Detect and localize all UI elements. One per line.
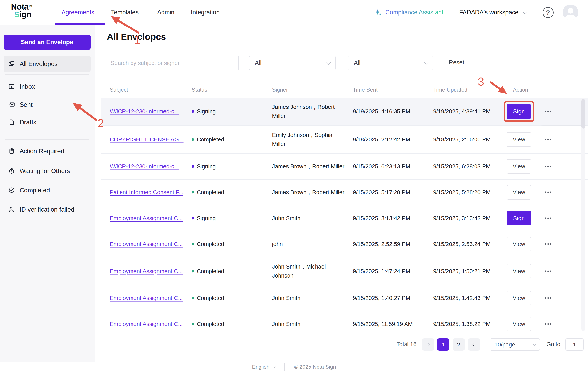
sign-button[interactable]: Sign (507, 104, 531, 119)
sidebar-item-action-required[interactable]: Action Required (3, 145, 91, 157)
subject-link[interactable]: Employment Assignment C... (110, 295, 192, 301)
sidebar: Send an Envelope All Envelopes Inbox Sen… (0, 25, 95, 361)
sidebar-item-inbox[interactable]: Inbox (3, 80, 91, 93)
filter-select-status[interactable]: All (249, 55, 336, 70)
compliance-assistant-label: Compliance Assistant (385, 9, 443, 16)
sidebar-item-id-verification-failed[interactable]: ID verification failed (3, 203, 91, 216)
reset-button[interactable]: Reset (449, 59, 464, 66)
nav-tab-agreements[interactable]: Agreements (62, 0, 94, 25)
status-dot (192, 165, 194, 168)
more-button[interactable] (543, 295, 553, 301)
time-sent: 9/15/2025, 11:59:19 AM (353, 321, 427, 327)
page-2-button[interactable]: 2 (452, 339, 465, 351)
filter-select-value: All (255, 59, 262, 66)
view-button[interactable]: View (507, 132, 531, 147)
logo-gradient-s: S (14, 10, 19, 19)
more-button[interactable] (543, 190, 553, 195)
nav-tab-integration[interactable]: Integration (191, 0, 220, 25)
more-button[interactable] (543, 216, 553, 221)
next-page-button[interactable] (468, 339, 480, 351)
prev-page-button[interactable] (422, 339, 434, 351)
footer-divider (284, 363, 285, 371)
subject-link[interactable]: Patient Informed Consent F... (110, 189, 192, 196)
col-signer: Signer (272, 87, 288, 93)
action-cell: View Bookmark this tab (507, 291, 531, 305)
sidebar-item-drafts[interactable]: Drafts (3, 116, 91, 129)
action-required-icon (8, 148, 15, 154)
filter-select-date[interactable]: All (348, 55, 433, 70)
signer-text: Emily Johnson，Sophia Miller (272, 130, 345, 149)
sidebar-item-completed[interactable]: Completed (3, 184, 91, 197)
page-size-select[interactable]: 10/page (490, 339, 540, 351)
time-updated: 9/18/2025, 2:16:06 PM (433, 136, 508, 143)
view-button[interactable]: View (507, 237, 531, 251)
more-button[interactable] (543, 321, 553, 327)
completed-icon (8, 187, 15, 194)
page-title: All Envelopes (107, 31, 166, 42)
page-1-button[interactable]: 1 (437, 339, 449, 351)
sidebar-item-waiting-for-others[interactable]: Waiting for Others (3, 165, 91, 177)
sign-button[interactable]: Sign (507, 211, 531, 225)
search-input[interactable] (106, 55, 239, 70)
chevron-left-icon (426, 343, 430, 346)
signer-text: john (272, 240, 345, 249)
action-cell: View Bookmark this tab (507, 237, 531, 251)
time-updated: 9/15/2025, 5:28:20 PM (433, 189, 508, 196)
view-button[interactable]: View (507, 185, 531, 199)
inbox-icon (8, 83, 15, 90)
more-icon (545, 297, 546, 299)
envelope-status: Signing (192, 108, 216, 115)
goto-input[interactable] (566, 339, 584, 351)
compliance-assistant-button[interactable]: Compliance Assistant (374, 0, 443, 25)
app-logo[interactable]: NotaTM Sign (11, 3, 32, 18)
sidebar-item-all-envelopes[interactable]: All Envelopes (3, 55, 91, 72)
subject-link[interactable]: COPYRIGHT LICENSE AG... (110, 136, 192, 143)
status-dot (192, 138, 194, 141)
envelope-status: Signing (192, 163, 216, 170)
action-cell: View Bookmark this tab (507, 317, 531, 331)
more-button[interactable] (543, 268, 553, 274)
time-updated: 9/15/2025, 1:42:43 PM (433, 295, 508, 301)
table-row: WJCP-12-230-informed-c... Signing James … (101, 154, 588, 180)
help-button[interactable]: ? (543, 7, 554, 18)
subject-link[interactable]: Employment Assignment C... (110, 241, 192, 247)
col-time-sent: Time Sent (353, 87, 378, 93)
view-button[interactable]: View (507, 159, 531, 174)
logo-line2: Sign (11, 11, 32, 18)
scrollbar-thumb[interactable] (581, 99, 585, 129)
more-button[interactable] (543, 164, 553, 169)
subject-link[interactable]: Employment Assignment C... (110, 268, 192, 274)
table-row: Employment Assignment C... Completed Joh… (101, 285, 588, 311)
subject-link[interactable]: Employment Assignment C... (110, 321, 192, 327)
sidebar-item-label: Action Required (20, 148, 64, 155)
view-button[interactable]: View (507, 291, 531, 305)
sidebar-item-label: Completed (20, 186, 50, 194)
col-action: Action (513, 87, 528, 93)
more-button[interactable] (543, 109, 553, 114)
subject-link[interactable]: WJCP-12-230-informed-c... (110, 163, 192, 170)
more-button[interactable] (543, 241, 553, 247)
avatar[interactable] (563, 4, 578, 20)
chevron-down-icon (326, 60, 331, 65)
col-status: Status (192, 87, 207, 93)
view-button[interactable]: View (507, 317, 531, 331)
subject-link[interactable]: Employment Assignment C... (110, 215, 192, 221)
status-text: Completed (197, 189, 224, 196)
subject-link[interactable]: WJCP-12-230-informed-c... (110, 108, 192, 115)
view-button[interactable]: View (507, 264, 531, 278)
nav-tab-admin[interactable]: Admin (157, 0, 174, 25)
action-cell: Sign Bookmark this tab (507, 104, 531, 119)
envelope-status: Signing (192, 215, 216, 221)
signer-text: James Brown，Robert Miller (272, 162, 345, 171)
workspace-selector[interactable]: FADADA's workspace (459, 0, 526, 25)
person-icon (563, 4, 578, 20)
envelope-status: Completed (192, 268, 224, 274)
nav-tab-templates[interactable]: Templates (111, 0, 138, 25)
more-button[interactable] (543, 137, 553, 142)
action-cell: Sign Bookmark this tab (507, 211, 531, 225)
time-sent: 9/15/2025, 2:52:59 PM (353, 241, 427, 247)
footer-language[interactable]: English (252, 364, 275, 370)
send-envelope-button[interactable]: Send an Envelope (3, 34, 91, 50)
question-icon: ? (546, 9, 550, 16)
sidebar-item-sent[interactable]: Sent (3, 98, 91, 111)
